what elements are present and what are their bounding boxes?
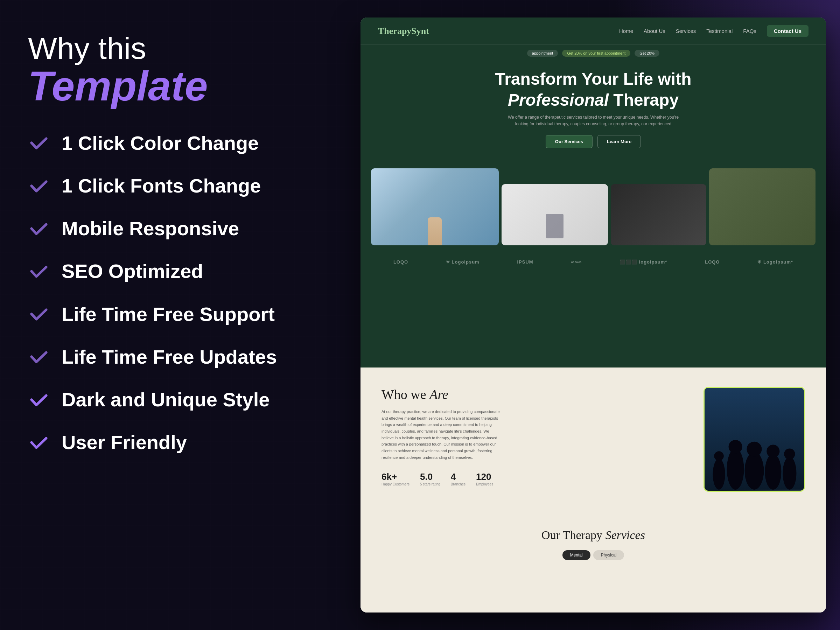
site-navbar: TherapySynt Home About Us Services Testi… (360, 17, 826, 45)
feature-item: 1 Click Fonts Change (28, 174, 315, 197)
check-icon (28, 346, 49, 367)
nav-services[interactable]: Services (676, 28, 696, 34)
check-icon (28, 389, 49, 410)
why-this-text: Why this (28, 32, 315, 65)
svg-point-4 (747, 442, 762, 457)
logo-ipsum: IPSUM (517, 259, 533, 265)
logo-loqo-1: LOQO (393, 259, 408, 265)
hero-image-dark (611, 184, 707, 245)
site-services-section: Our Therapy Services Mental Physical (360, 515, 826, 613)
svg-point-2 (729, 440, 742, 453)
site-preview: TherapySynt Home About Us Services Testi… (360, 17, 826, 613)
svg-point-10 (714, 451, 723, 461)
check-icon (28, 261, 49, 282)
nav-home[interactable]: Home (619, 28, 633, 34)
feature-text: User Friendly (62, 431, 187, 454)
stat-label: 5 stars rating (420, 482, 440, 486)
svg-point-3 (745, 452, 764, 489)
hero-buttons: Our Services Learn More (388, 135, 798, 148)
feature-text: Dark and Unique Style (62, 388, 270, 411)
stats-row: 6k+ Happy Customers 5.0 5 stars rating 4… (382, 471, 686, 486)
about-title: Who we Are (382, 387, 686, 402)
hero-title-line1: Transform Your Life with (495, 69, 692, 88)
stat-item: 5.0 5 stars rating (420, 471, 440, 486)
services-title: Our Therapy Services (382, 529, 805, 542)
svg-point-8 (784, 448, 795, 459)
check-icon (28, 132, 49, 153)
feature-text: Life Time Free Updates (62, 345, 277, 369)
hero-image-grid (360, 168, 826, 245)
about-image-inner (704, 388, 804, 491)
about-image (704, 387, 805, 492)
nav-about[interactable]: About Us (644, 28, 665, 34)
feature-list: 1 Click Color Change 1 Click Fonts Chang… (28, 131, 315, 454)
stat-label: Happy Customers (382, 482, 409, 486)
site-hero: Transform Your Life with Professional Th… (360, 62, 826, 168)
logo-logoipsum-2: ✳ Logoipsum* (757, 259, 793, 265)
hero-subtitle: We offer a range of therapeutic services… (506, 114, 681, 127)
hero-image-book (709, 168, 815, 245)
services-tabs: Mental Physical (382, 550, 805, 560)
promo-pill-2: Get 20% on your first appointment (562, 50, 630, 57)
stat-number: 6k+ (382, 471, 409, 482)
hero-title-italic: Professional (508, 91, 609, 109)
learn-more-button[interactable]: Learn More (597, 135, 641, 148)
logos-bar: LOQO ✳ Logoipsum IPSUM ∞∞∞ ⬛⬛⬛ logoipsum… (360, 252, 826, 272)
hero-image-hand (371, 168, 499, 245)
logo-logoipsum-1: ✳ Logoipsum (446, 259, 480, 265)
promo-bar: appointment Get 20% on your first appoin… (360, 45, 826, 62)
check-icon (28, 218, 49, 239)
feature-item: SEO Optimized (28, 259, 315, 283)
feature-text: SEO Optimized (62, 259, 203, 283)
site-dark-section: TherapySynt Home About Us Services Testi… (360, 17, 826, 368)
tab-mental[interactable]: Mental (562, 550, 591, 560)
stat-label: Branches (451, 482, 466, 486)
feature-text: 1 Click Color Change (62, 131, 259, 155)
svg-point-5 (765, 454, 781, 489)
hero-title-line3: Therapy (613, 91, 679, 109)
nav-faqs[interactable]: FAQs (743, 28, 756, 34)
feature-item: Life Time Free Support (28, 302, 315, 326)
stat-item: 6k+ Happy Customers (382, 471, 409, 486)
site-about-section: Who we Are At our therapy practice, we a… (360, 368, 826, 515)
feature-text: Mobile Responsive (62, 217, 239, 240)
feature-item: Life Time Free Updates (28, 345, 315, 369)
feature-item: Dark and Unique Style (28, 388, 315, 411)
template-text: Template (28, 65, 315, 107)
promo-pill-1: appointment (527, 50, 558, 57)
svg-point-6 (766, 445, 780, 458)
stat-label: Employees (476, 482, 493, 486)
nav-contact-button[interactable]: Contact Us (767, 25, 808, 37)
check-icon (28, 175, 49, 196)
svg-point-1 (727, 448, 744, 489)
stat-number: 4 (451, 471, 466, 482)
our-services-button[interactable]: Our Services (546, 135, 592, 148)
feature-item: 1 Click Color Change (28, 131, 315, 155)
about-description: At our therapy practice, we are dedicate… (382, 409, 501, 461)
stat-item: 120 Employees (476, 471, 493, 486)
svg-point-9 (713, 459, 725, 489)
feature-item: Mobile Responsive (28, 217, 315, 240)
feature-text: Life Time Free Support (62, 302, 275, 326)
feature-item: User Friendly (28, 431, 315, 454)
promo-pill-3: Get 20% (635, 50, 659, 57)
logo-infinity: ∞∞∞ (571, 259, 582, 265)
hero-title: Transform Your Life with Professional Th… (388, 69, 798, 111)
check-icon (28, 303, 49, 324)
stat-number: 120 (476, 471, 493, 482)
check-icon (28, 432, 49, 453)
left-panel: Why this Template 1 Click Color Change 1… (0, 0, 343, 630)
feature-text: 1 Click Fonts Change (62, 174, 261, 197)
stat-number: 5.0 (420, 471, 440, 482)
nav-links: Home About Us Services Testimonial FAQs … (619, 25, 808, 37)
svg-point-7 (783, 457, 796, 489)
tab-physical[interactable]: Physical (593, 550, 624, 560)
hero-image-person (502, 184, 608, 245)
about-text: Who we Are At our therapy practice, we a… (382, 387, 686, 486)
logo-logoipsum-dots: ⬛⬛⬛ logoipsum* (619, 259, 667, 265)
stat-item: 4 Branches (451, 471, 466, 486)
nav-testimonial[interactable]: Testimonial (706, 28, 733, 34)
site-logo: TherapySynt (378, 26, 429, 36)
logo-loqo-2: LOQO (705, 259, 720, 265)
